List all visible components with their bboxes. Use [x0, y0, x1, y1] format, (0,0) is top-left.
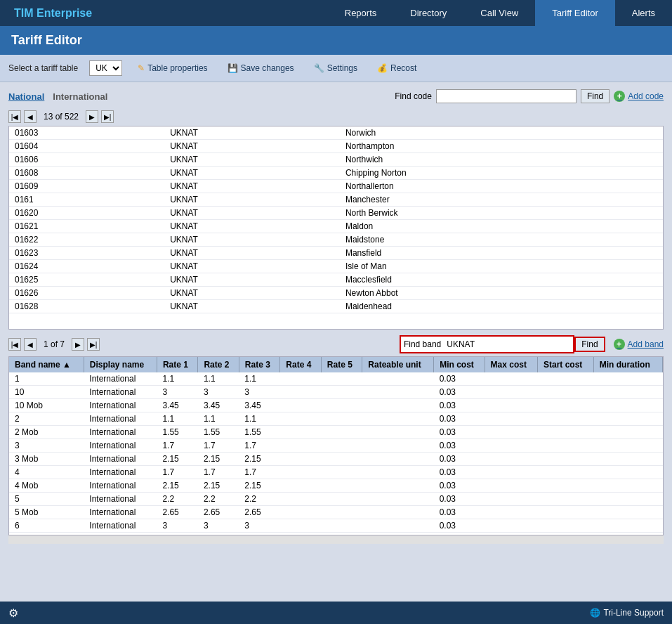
cell-start-cost: [537, 412, 593, 426]
support-link[interactable]: 🌐 Tri-Line Support: [590, 608, 664, 618]
band-table-row[interactable]: 3 Mob International 2.15 2.15 2.15 0.03: [9, 453, 663, 466]
last-page-btn[interactable]: ▶|: [101, 110, 114, 123]
table-row[interactable]: 0161 UKNAT Manchester: [9, 193, 663, 207]
cell-min-dur: [593, 453, 662, 466]
col-rate5[interactable]: Rate 5: [321, 357, 362, 372]
cell-display-name: International: [84, 493, 157, 506]
nav-item-callview[interactable]: Call View: [463, 0, 535, 26]
band-last-btn[interactable]: ▶|: [87, 338, 100, 351]
col-rate4[interactable]: Rate 4: [280, 357, 321, 372]
table-properties-icon: ✎: [138, 63, 145, 73]
band-first-btn[interactable]: |◀: [8, 338, 21, 351]
add-code-btn[interactable]: + Add code: [614, 91, 664, 102]
cell-rate2: 1.1: [198, 412, 239, 426]
first-page-btn[interactable]: |◀: [8, 110, 21, 123]
band-table-row[interactable]: 4 International 1.7 1.7 1.7 0.03: [9, 466, 663, 479]
table-row[interactable]: 01628 UKNAT Maidenhead: [9, 300, 663, 313]
cell-rate4: [280, 399, 321, 412]
band-prev-btn[interactable]: ◀: [24, 338, 37, 351]
table-row[interactable]: 01606 UKNAT Northwich: [9, 153, 663, 167]
prev-page-btn[interactable]: ◀: [24, 110, 37, 123]
band-table-row[interactable]: 1 International 1.1 1.1 1.1 0.03: [9, 372, 663, 386]
find-band-box: Find band: [400, 335, 574, 353]
cell-desc: North Berwick: [340, 207, 663, 220]
table-row[interactable]: 01608 UKNAT Chipping Norton: [9, 167, 663, 180]
nav-item-reports[interactable]: Reports: [328, 0, 394, 26]
col-rate1[interactable]: Rate 1: [157, 357, 197, 372]
cell-band-name: 5: [9, 493, 84, 506]
col-start-cost[interactable]: Start cost: [537, 357, 593, 372]
band-table-row[interactable]: 4 Mob International 2.15 2.15 2.15 0.03: [9, 479, 663, 493]
table-row[interactable]: 01603 UKNAT Norwich: [9, 126, 663, 140]
col-min-cost[interactable]: Min cost: [434, 357, 485, 372]
find-code-button[interactable]: Find: [581, 89, 610, 103]
next-page-btn[interactable]: ▶: [86, 110, 98, 123]
table-properties-btn[interactable]: ✎ Table properties: [133, 62, 211, 74]
nav-item-tariffeditor[interactable]: Tariff Editor: [535, 0, 615, 26]
nav-item-directory[interactable]: Directory: [393, 0, 463, 26]
find-code-input[interactable]: [436, 89, 577, 103]
table-row[interactable]: 01622 UKNAT Maidstone: [9, 233, 663, 247]
recost-btn[interactable]: 💰 Recost: [373, 62, 421, 74]
cell-rate5: [321, 399, 362, 412]
add-band-btn[interactable]: + Add band: [614, 339, 664, 350]
tariff-select[interactable]: UK: [89, 60, 122, 76]
band-table-row[interactable]: 2 Mob International 1.55 1.55 1.55 0.03: [9, 426, 663, 439]
band-table-row[interactable]: 3 International 1.7 1.7 1.7 0.03: [9, 439, 663, 453]
table-row[interactable]: 01626 UKNAT Newton Abbot: [9, 287, 663, 300]
gear-icon[interactable]: ⚙: [8, 606, 18, 620]
table-row[interactable]: 01623 UKNAT Mansfield: [9, 247, 663, 260]
nav-item-alerts[interactable]: Alerts: [615, 0, 672, 26]
table-row[interactable]: 01625 UKNAT Macclesfield: [9, 273, 663, 287]
cell-display-name: International: [84, 399, 157, 412]
cell-band-name: 2 Mob: [9, 426, 84, 439]
table-row[interactable]: 01604 UKNAT Northampton: [9, 140, 663, 153]
cell-type: UKNAT: [164, 207, 340, 220]
table-row[interactable]: 01624 UKNAT Isle of Man: [9, 260, 663, 273]
cell-rate1: 1.7: [157, 439, 197, 453]
tab-national[interactable]: National: [8, 91, 44, 102]
find-band-input[interactable]: [444, 338, 570, 351]
band-table-row[interactable]: 10 Mob International 3.45 3.45 3.45 0.03: [9, 399, 663, 412]
cell-display-name: International: [84, 453, 157, 466]
col-display-name[interactable]: Display name: [84, 357, 157, 372]
col-max-cost[interactable]: Max cost: [485, 357, 537, 372]
cell-type: UKNAT: [164, 300, 340, 313]
col-band-name[interactable]: Band name ▲: [9, 357, 84, 372]
cell-start-cost: [537, 426, 593, 439]
cell-rate2: 2.15: [198, 453, 239, 466]
table-row[interactable]: 01620 UKNAT North Berwick: [9, 207, 663, 220]
band-table-row[interactable]: 5 Mob International 2.65 2.65 2.65 0.03: [9, 506, 663, 519]
cell-rate3: 1.55: [239, 426, 279, 439]
cell-display-name: International: [84, 439, 157, 453]
band-next-btn[interactable]: ▶: [72, 338, 84, 351]
col-rate2[interactable]: Rate 2: [198, 357, 239, 372]
cell-start-cost: [537, 439, 593, 453]
save-changes-btn[interactable]: 💾 Save changes: [223, 62, 298, 74]
logo-enterprise: Enterprise: [34, 7, 93, 19]
cell-rate4: [280, 466, 321, 479]
cell-min-cost: 0.03: [434, 466, 485, 479]
cell-rate1: 1.55: [157, 426, 197, 439]
table-row[interactable]: 01609 UKNAT Northallerton: [9, 180, 663, 193]
find-band-button[interactable]: Find: [574, 337, 605, 352]
tab-international[interactable]: International: [53, 91, 107, 102]
band-table-row[interactable]: 5 International 2.2 2.2 2.2 0.03: [9, 493, 663, 506]
cell-rateable: [362, 519, 434, 533]
cell-rate2: 2.2: [198, 493, 239, 506]
col-min-duration[interactable]: Min duration: [593, 357, 662, 372]
band-table-row[interactable]: 2 International 1.1 1.1 1.1 0.03: [9, 412, 663, 426]
band-section: |◀ ◀ 1 of 7 ▶ ▶| Find band Find + Add ba…: [8, 335, 664, 544]
settings-btn[interactable]: 🔧 Settings: [310, 62, 362, 74]
col-rateable-unit[interactable]: Rateable unit: [362, 357, 434, 372]
band-table-row[interactable]: 10 International 3 3 3 0.03: [9, 386, 663, 399]
cell-min-cost: 0.03: [434, 426, 485, 439]
col-rate3[interactable]: Rate 3: [239, 357, 279, 372]
cell-min-dur: [593, 412, 662, 426]
table-row[interactable]: 01621 UKNAT Maldon: [9, 220, 663, 233]
cell-max-cost: [485, 426, 537, 439]
horiz-scrollbar[interactable]: [8, 535, 664, 544]
band-table-row[interactable]: 6 International 3 3 3 0.03: [9, 519, 663, 533]
cell-max-cost: [485, 399, 537, 412]
add-code-plus-icon: +: [614, 91, 625, 102]
